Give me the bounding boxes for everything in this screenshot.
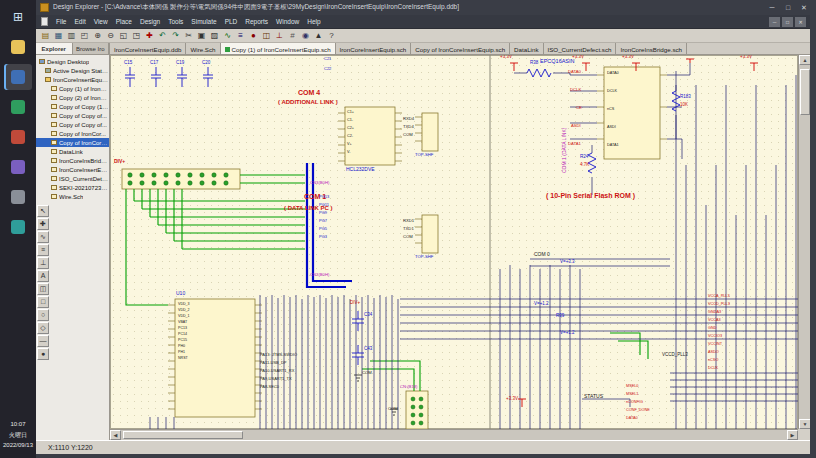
line-tool-icon[interactable]: — xyxy=(37,335,49,347)
tree-item[interactable]: Copy of IronCor... xyxy=(36,129,109,138)
schematic-label[interactable]: VDD_1 xyxy=(178,315,190,319)
taskbar-app-green[interactable] xyxy=(4,94,32,120)
schematic-label[interactable]: CN3(B0H) xyxy=(310,181,329,185)
schematic-label[interactable]: C21 xyxy=(324,57,331,61)
schematic-label[interactable]: V=+1.2 xyxy=(560,331,575,336)
schematic-label[interactable]: C15 xyxy=(124,61,132,66)
taskbar-app-purple[interactable] xyxy=(4,154,32,180)
schematic-label[interactable]: V+ xyxy=(347,143,352,147)
schematic-label[interactable]: DIV+ xyxy=(350,301,360,306)
schematic-label[interactable]: DATA0 xyxy=(568,70,581,74)
title-bar[interactable]: Design Explorer - [C:\Advance\本体関係 製作分等\… xyxy=(36,0,816,15)
schematic-label[interactable]: HCL232DVE xyxy=(346,167,375,172)
tree-item[interactable]: IronCoreInsertEq... xyxy=(36,165,109,174)
tree-item[interactable]: Copy of Copy (1)... xyxy=(36,102,109,111)
schematic-label[interactable]: MSEL1 xyxy=(626,393,638,397)
schematic-label[interactable]: V- xyxy=(347,151,351,155)
schematic-label[interactable]: ( ADDITIONAL LINK ) xyxy=(278,99,338,105)
grid-icon[interactable]: # xyxy=(286,30,299,42)
zoom-fit-icon[interactable]: ◱ xyxy=(117,30,130,42)
schematic-label[interactable]: RXD1 xyxy=(403,219,414,223)
tree-item[interactable]: IronCoreInsBridge... xyxy=(36,156,109,165)
schematic-label[interactable]: DATA1 xyxy=(607,144,619,148)
schematic-label[interactable]: GND xyxy=(708,327,716,331)
schematic-label[interactable]: STATUS xyxy=(584,394,603,399)
schematic-label[interactable]: TOP-SHF xyxy=(415,153,433,157)
schematic-label[interactable]: TXD1 xyxy=(403,227,414,231)
browse-library-icon[interactable]: ◉ xyxy=(299,30,312,42)
menu-simulate[interactable]: Simulate xyxy=(187,18,220,25)
schematic-label[interactable]: PH1 xyxy=(178,351,185,355)
schematic-label[interactable]: ASDI xyxy=(571,124,581,128)
schematic-label[interactable]: 4.7K xyxy=(580,163,589,168)
schematic-label[interactable]: ASDO xyxy=(708,351,719,355)
select-tool-icon[interactable]: ↖ xyxy=(37,205,49,217)
save-icon[interactable]: ▦ xyxy=(52,30,65,42)
schematic-label[interactable]: C43 xyxy=(364,347,372,352)
zoom-in-icon[interactable]: ⊕ xyxy=(91,30,104,42)
copy-icon[interactable]: ▣ xyxy=(195,30,208,42)
schematic-label[interactable]: C34 xyxy=(364,313,372,318)
schematic-label[interactable]: V=+3.3 xyxy=(560,260,575,265)
schematic-label[interactable]: COM xyxy=(362,371,372,375)
schematic-label[interactable]: DATA0 xyxy=(626,417,638,421)
tree-item[interactable]: SEKI-20210723R... xyxy=(36,183,109,192)
schematic-label[interactable]: CE xyxy=(576,106,582,110)
schematic-label[interactable]: +3.3V xyxy=(500,55,512,60)
taskbar-clock[interactable]: 10:07 火曜日 2022/09/13 xyxy=(0,419,36,450)
taskbar-app-gray[interactable] xyxy=(4,184,32,210)
schematic-label[interactable]: CN3(B0H) xyxy=(310,273,329,277)
schematic-label[interactable]: PG9 xyxy=(319,211,327,215)
schematic-canvas[interactable]: DIV+C15C17C19C20C21C22COM 4( ADDITIONAL … xyxy=(110,55,798,429)
doc-tab[interactable]: Copy (1) of IronCoreInsertEquip.sch xyxy=(221,43,336,55)
tree-item[interactable]: Copy of Copy of... xyxy=(36,111,109,120)
junction-place-icon[interactable]: ● xyxy=(37,348,49,360)
zoom-out-icon[interactable]: ⊖ xyxy=(104,30,117,42)
schematic-label[interactable]: PG3 xyxy=(319,235,327,239)
scroll-right-arrow-icon[interactable]: ▶ xyxy=(787,430,798,440)
schematic-label[interactable]: C2+ xyxy=(347,127,354,131)
schematic-label[interactable]: PA8-SEC0 xyxy=(260,385,279,389)
doc-tab[interactable]: IronCoreInsertEquip.ddb xyxy=(110,43,186,55)
tree-item[interactable]: DataLink xyxy=(36,147,109,156)
schematic-label[interactable]: NRST xyxy=(178,357,188,361)
tree-item[interactable]: Copy of Copy of... xyxy=(36,120,109,129)
maximize-button[interactable]: □ xyxy=(780,1,796,14)
paste-icon[interactable]: ▨ xyxy=(208,30,221,42)
doc-tab[interactable]: IronCoreInsertEquip.sch xyxy=(336,43,412,55)
tree-item[interactable]: Copy (2) of IronC... xyxy=(36,93,109,102)
tree-item[interactable]: Copy (1) of IronC... xyxy=(36,84,109,93)
schematic-label[interactable]: EPCQ16ASIN xyxy=(540,59,575,65)
doc-tab[interactable]: ISO_CurrentDefect.sch xyxy=(544,43,617,55)
schematic-label[interactable]: RXD4 xyxy=(403,117,414,121)
cross-tool-icon[interactable]: ✚ xyxy=(37,218,49,230)
schematic-label[interactable]: PG7 xyxy=(319,219,327,223)
schematic-label[interactable]: +3.3V xyxy=(622,55,634,60)
schematic-label[interactable]: TOP-SHF xyxy=(415,255,433,259)
schematic-label[interactable]: PA13: JTMS-SWDIO xyxy=(260,353,297,357)
schematic-label[interactable]: TXD4 xyxy=(403,125,414,129)
schematic-label[interactable]: VCCD_PLL3 xyxy=(662,353,688,358)
schematic-label[interactable]: VCCD_PLL3 xyxy=(708,303,730,307)
schematic-label[interactable]: ( 10-Pin Serial Flash ROM ) xyxy=(546,192,635,199)
part-place-icon[interactable]: ◫ xyxy=(37,283,49,295)
schematic-label[interactable]: C17 xyxy=(150,61,158,66)
menu-file[interactable]: File xyxy=(52,18,70,25)
schematic-label[interactable]: PA11-USB_DP xyxy=(260,361,287,365)
schematic-label[interactable]: ASDI xyxy=(607,126,616,130)
taskbar-app-teal[interactable] xyxy=(4,214,32,240)
rect-tool-icon[interactable]: □ xyxy=(37,296,49,308)
schematic-label[interactable]: VBAT xyxy=(178,321,187,325)
doc-tab[interactable]: IronCoreInsBridge.sch xyxy=(616,43,687,55)
tree-item[interactable]: ISO_CurrentDete... xyxy=(36,174,109,183)
schematic-label[interactable]: +3.3V xyxy=(740,55,752,60)
schematic-label[interactable]: R183 xyxy=(680,95,691,100)
schematic-label[interactable]: C1+ xyxy=(347,111,354,115)
schematic-label[interactable]: VDD_3 xyxy=(178,303,190,307)
schematic-label[interactable]: V=+1.2 xyxy=(534,302,549,307)
schematic-label[interactable]: PG13 xyxy=(319,195,329,199)
junction-tool-icon[interactable]: ● xyxy=(247,30,260,42)
schematic-label[interactable]: nCSO xyxy=(708,359,718,363)
menu-reports[interactable]: Reports xyxy=(241,18,272,25)
schematic-label[interactable]: PC13 xyxy=(178,327,187,331)
